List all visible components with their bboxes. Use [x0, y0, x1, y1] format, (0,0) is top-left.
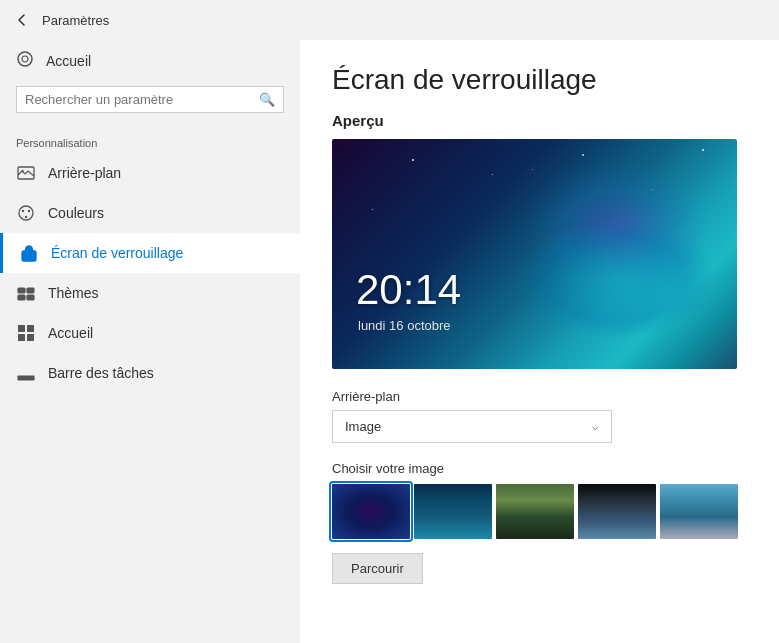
- themes-label: Thèmes: [48, 285, 99, 301]
- svg-point-2: [21, 170, 23, 172]
- couleurs-label: Couleurs: [48, 205, 104, 221]
- thumbnail-5[interactable]: [660, 484, 738, 539]
- svg-rect-12: [27, 295, 34, 300]
- sidebar-item-ecran-verrouillage[interactable]: Écran de verrouillage: [0, 233, 300, 273]
- background-dropdown[interactable]: Image ⌵: [332, 410, 612, 443]
- choose-image-label: Choisir votre image: [332, 461, 747, 476]
- image-icon: [16, 163, 36, 183]
- sidebar-home-button[interactable]: Accueil: [0, 40, 300, 86]
- image-thumbnails: [332, 484, 747, 539]
- svg-point-8: [28, 255, 31, 258]
- svg-rect-15: [18, 334, 25, 341]
- barre-taches-label: Barre des tâches: [48, 365, 154, 381]
- svg-rect-10: [27, 288, 34, 293]
- start-icon: [16, 323, 36, 343]
- section-label: Personnalisation: [0, 129, 300, 153]
- svg-rect-9: [18, 288, 25, 293]
- sidebar-item-couleurs[interactable]: Couleurs: [0, 193, 300, 233]
- preview-date: lundi 16 octobre: [358, 318, 451, 333]
- taskbar-icon: [16, 363, 36, 383]
- svg-rect-18: [20, 377, 23, 379]
- app-title: Paramètres: [42, 13, 109, 28]
- background-field-label: Arrière-plan: [332, 389, 747, 404]
- thumbnail-2[interactable]: [414, 484, 492, 539]
- svg-point-6: [25, 216, 27, 218]
- svg-point-4: [22, 210, 24, 212]
- lock-screen-preview: 20:14 lundi 16 octobre: [332, 139, 737, 369]
- search-box[interactable]: 🔍: [16, 86, 284, 113]
- content-area: Écran de verrouillage Aperçu 20:14 lundi…: [300, 40, 779, 643]
- browse-button[interactable]: Parcourir: [332, 553, 423, 584]
- search-input[interactable]: [25, 92, 259, 107]
- page-title: Écran de verrouillage: [332, 64, 747, 96]
- preview-section-title: Aperçu: [332, 112, 747, 129]
- arriere-plan-label: Arrière-plan: [48, 165, 121, 181]
- svg-point-0: [18, 52, 32, 66]
- title-bar: Paramètres: [0, 0, 779, 40]
- themes-icon: [16, 283, 36, 303]
- svg-rect-11: [18, 295, 25, 300]
- preview-time: 20:14: [356, 266, 461, 314]
- sidebar-item-themes[interactable]: Thèmes: [0, 273, 300, 313]
- thumbnail-1[interactable]: [332, 484, 410, 539]
- svg-rect-16: [27, 334, 34, 341]
- sidebar: Accueil 🔍 Personnalisation Arrière-plan …: [0, 40, 300, 643]
- main-layout: Accueil 🔍 Personnalisation Arrière-plan …: [0, 40, 779, 643]
- sidebar-home-label: Accueil: [46, 53, 91, 69]
- svg-rect-14: [27, 325, 34, 332]
- lock-screen-icon: [19, 243, 39, 263]
- sidebar-item-accueil[interactable]: Accueil: [0, 313, 300, 353]
- thumbnail-3[interactable]: [496, 484, 574, 539]
- home-icon: [16, 50, 34, 72]
- sidebar-item-barre-taches[interactable]: Barre des tâches: [0, 353, 300, 393]
- chevron-down-icon: ⌵: [592, 420, 599, 433]
- back-button[interactable]: [12, 10, 32, 30]
- thumbnail-4[interactable]: [578, 484, 656, 539]
- svg-rect-13: [18, 325, 25, 332]
- accueil-label: Accueil: [48, 325, 93, 341]
- svg-point-5: [28, 210, 30, 212]
- sidebar-item-arriere-plan[interactable]: Arrière-plan: [0, 153, 300, 193]
- palette-icon: [16, 203, 36, 223]
- dropdown-value: Image: [345, 419, 381, 434]
- search-icon: 🔍: [259, 92, 275, 107]
- ecran-verrouillage-label: Écran de verrouillage: [51, 245, 183, 261]
